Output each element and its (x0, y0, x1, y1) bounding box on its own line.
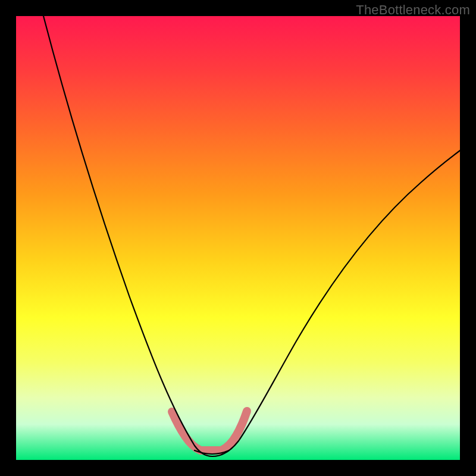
gradient-plot-area (16, 16, 460, 460)
black-left-branch (43, 16, 212, 456)
chart-svg (16, 16, 460, 460)
chart-frame: TheBottleneck.com (0, 0, 476, 476)
